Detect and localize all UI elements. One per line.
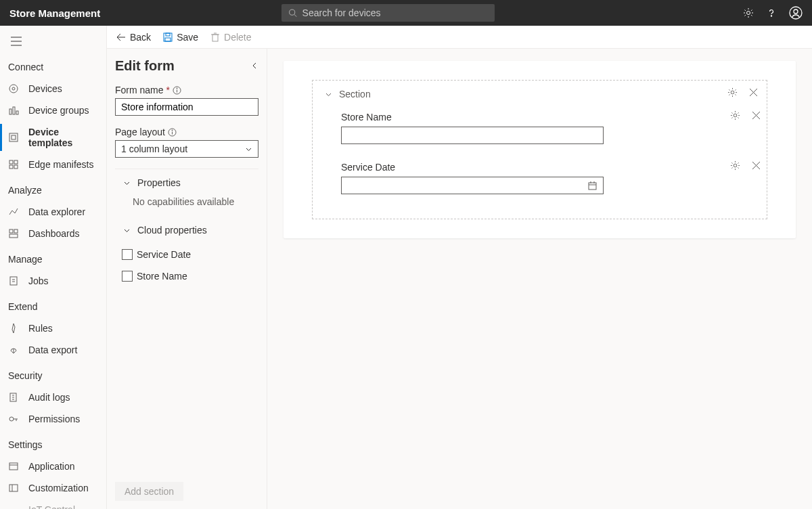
- field-settings-icon[interactable]: [730, 110, 740, 120]
- no-capabilities-text: No capabilities available: [115, 196, 258, 217]
- svg-rect-16: [9, 160, 13, 164]
- properties-section-header[interactable]: Properties: [115, 169, 258, 196]
- field-remove-icon[interactable]: [751, 160, 761, 171]
- form-name-input[interactable]: [115, 98, 258, 116]
- section-settings-icon[interactable]: [727, 87, 738, 97]
- sidebar-item-dashboards[interactable]: Dashboards: [0, 223, 106, 244]
- checkbox-store-name[interactable]: Store Name: [115, 265, 258, 287]
- permissions-icon: [8, 414, 19, 424]
- sidebar-item-data-explorer[interactable]: Data explorer: [0, 201, 106, 223]
- account-icon[interactable]: [789, 6, 803, 20]
- svg-rect-13: [16, 111, 18, 114]
- store-name-input[interactable]: [341, 127, 604, 144]
- chevron-left-icon: [250, 62, 258, 70]
- service-date-input[interactable]: [341, 177, 604, 194]
- sidebar-item-devices[interactable]: Devices: [0, 78, 106, 99]
- svg-point-3: [771, 16, 771, 16]
- edit-panel-title: Edit form: [115, 58, 175, 74]
- svg-rect-42: [212, 35, 218, 41]
- svg-rect-22: [9, 234, 18, 238]
- svg-rect-12: [13, 107, 15, 114]
- checkbox-service-date[interactable]: Service Date: [115, 244, 258, 265]
- svg-rect-21: [14, 229, 18, 233]
- search-icon: [288, 8, 297, 18]
- svg-point-2: [747, 12, 750, 15]
- chevron-down-icon: [123, 227, 131, 234]
- page-layout-select[interactable]: 1 column layout: [115, 140, 258, 158]
- device-groups-icon: [8, 105, 19, 116]
- field-store-name[interactable]: Store Name: [341, 112, 754, 144]
- section-remove-icon[interactable]: [748, 87, 759, 97]
- calendar-icon[interactable]: [587, 181, 597, 191]
- page-layout-label: Page layout: [115, 127, 258, 137]
- svg-rect-60: [589, 183, 596, 190]
- chevron-down-icon: [123, 179, 131, 187]
- sidebar: Connect Devices Device groups Device tem…: [0, 26, 107, 509]
- field-remove-icon[interactable]: [751, 110, 761, 120]
- svg-rect-20: [9, 229, 13, 233]
- hamburger-button[interactable]: [0, 26, 106, 56]
- svg-rect-19: [14, 165, 18, 169]
- svg-rect-15: [12, 135, 16, 139]
- cloud-properties-section-header[interactable]: Cloud properties: [115, 217, 258, 244]
- canvas: Section Store Name: [267, 49, 812, 509]
- svg-point-4: [790, 7, 802, 19]
- customization-icon: [8, 483, 19, 493]
- sidebar-item-permissions[interactable]: Permissions: [0, 408, 106, 430]
- sidebar-item-device-groups[interactable]: Device groups: [0, 99, 106, 121]
- devices-icon: [8, 83, 19, 94]
- search-box[interactable]: [281, 4, 495, 22]
- svg-rect-18: [9, 165, 13, 169]
- sidebar-item-application[interactable]: Application: [0, 456, 106, 477]
- help-icon[interactable]: [766, 7, 777, 18]
- svg-rect-33: [9, 463, 18, 470]
- back-arrow-icon: [116, 32, 126, 42]
- application-icon: [8, 461, 19, 472]
- chevron-down-icon[interactable]: [325, 91, 332, 98]
- hamburger-icon: [11, 37, 22, 46]
- info-icon[interactable]: [173, 86, 181, 95]
- svg-point-50: [172, 130, 173, 131]
- form-card: Section Store Name: [284, 61, 796, 238]
- svg-point-54: [734, 114, 737, 117]
- sidebar-group-extend: Extend: [0, 296, 106, 317]
- settings-icon[interactable]: [743, 7, 754, 18]
- sidebar-item-rules[interactable]: Rules: [0, 317, 106, 339]
- checkbox-icon: [122, 271, 133, 282]
- info-icon[interactable]: [168, 128, 177, 137]
- svg-rect-35: [9, 485, 18, 491]
- section-title: Section: [339, 89, 371, 99]
- field-service-date[interactable]: Service Date: [341, 162, 754, 194]
- form-section[interactable]: Section Store Name: [312, 80, 767, 219]
- field-label: Store Name: [341, 112, 754, 123]
- sidebar-group-analyze: Analyze: [0, 179, 106, 201]
- svg-rect-40: [166, 33, 170, 36]
- sidebar-group-manage: Manage: [0, 248, 106, 270]
- svg-point-57: [734, 164, 737, 167]
- save-button[interactable]: Save: [163, 32, 198, 43]
- audit-logs-icon: [8, 392, 19, 403]
- add-section-button[interactable]: Add section: [115, 482, 183, 501]
- svg-point-51: [731, 91, 734, 94]
- sidebar-item-device-templates[interactable]: Device templates: [0, 121, 106, 154]
- sidebar-item-iot-central-home[interactable]: IoT Central Home: [0, 499, 106, 509]
- back-button[interactable]: Back: [116, 32, 151, 43]
- field-settings-icon[interactable]: [730, 160, 740, 171]
- dashboards-icon: [8, 228, 19, 239]
- sidebar-item-audit-logs[interactable]: Audit logs: [0, 386, 106, 408]
- svg-point-0: [289, 9, 294, 15]
- svg-point-10: [12, 87, 15, 90]
- collapse-panel-button[interactable]: [250, 61, 258, 72]
- svg-point-47: [177, 88, 177, 89]
- sidebar-item-data-export[interactable]: Data export: [0, 339, 106, 361]
- sidebar-group-connect: Connect: [0, 56, 106, 78]
- search-input[interactable]: [302, 7, 488, 18]
- svg-rect-41: [165, 38, 171, 41]
- sidebar-item-edge-manifests[interactable]: Edge manifests: [0, 154, 106, 175]
- sidebar-item-customization[interactable]: Customization: [0, 477, 106, 499]
- sidebar-item-jobs[interactable]: Jobs: [0, 270, 106, 292]
- field-label: Service Date: [341, 162, 754, 173]
- data-explorer-icon: [8, 206, 19, 217]
- svg-rect-14: [9, 133, 18, 141]
- delete-button: Delete: [210, 32, 251, 43]
